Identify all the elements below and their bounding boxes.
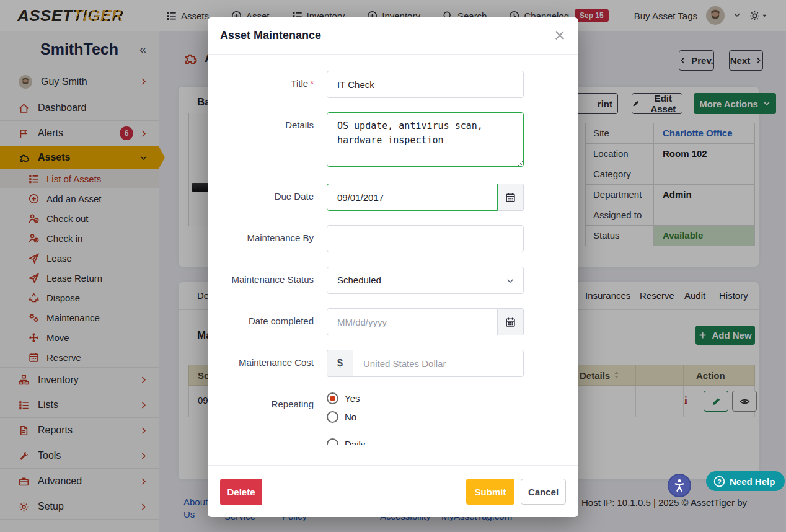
accessibility-person-icon bbox=[672, 478, 687, 493]
required-asterisk: * bbox=[310, 78, 314, 89]
radio-unselected-icon bbox=[327, 438, 338, 445]
title-label: Title bbox=[291, 78, 308, 89]
form-row-date-completed: Date completed bbox=[208, 308, 578, 335]
form-row-title: Title* bbox=[208, 71, 578, 98]
due-date-input[interactable] bbox=[327, 184, 498, 211]
maintenance-by-label: Maintenance By bbox=[247, 233, 314, 243]
radio-label: No bbox=[345, 412, 356, 422]
maintenance-status-label: Maintenance Status bbox=[231, 274, 314, 285]
maintenance-cost-input[interactable] bbox=[353, 350, 524, 377]
title-input[interactable] bbox=[327, 71, 524, 98]
modal-body: Title* Details OS update, antivirus scan… bbox=[208, 55, 578, 445]
form-row-due-date: Due Date bbox=[208, 184, 578, 211]
details-label: Details bbox=[285, 120, 314, 130]
modal-header: Asset Maintenance bbox=[208, 17, 578, 55]
form-row-repeating: Repeating YesNo bbox=[208, 391, 578, 423]
due-date-label: Due Date bbox=[275, 191, 314, 202]
repeating-option-yes[interactable]: Yes bbox=[327, 392, 524, 404]
modal-footer: Delete Submit Cancel bbox=[208, 465, 578, 517]
submit-button[interactable]: Submit bbox=[466, 479, 514, 505]
form-row-maintenance-cost: Maintenance Cost $ bbox=[208, 350, 578, 377]
radio-unselected-icon bbox=[327, 411, 338, 423]
chevron-down-icon bbox=[506, 277, 514, 285]
maintenance-status-value: Scheduled bbox=[337, 275, 381, 285]
currency-prefix: $ bbox=[327, 350, 353, 377]
repeating-label: Repeating bbox=[272, 399, 314, 409]
accessibility-widget-button[interactable] bbox=[668, 474, 691, 497]
details-textarea[interactable]: OS update, antivirus scan, hardware insp… bbox=[327, 112, 524, 167]
form-row-details: Details OS update, antivirus scan, hardw… bbox=[208, 112, 578, 169]
repeating-radio-group: YesNo bbox=[327, 391, 524, 423]
due-date-calendar-button[interactable] bbox=[498, 184, 524, 211]
svg-text:?: ? bbox=[717, 477, 722, 485]
asset-maintenance-modal: Asset Maintenance Title* Details OS upda… bbox=[208, 17, 578, 517]
maintenance-status-select[interactable]: Scheduled bbox=[327, 267, 524, 294]
frequency-option-daily[interactable]: Daily bbox=[327, 438, 524, 445]
maintenance-by-input[interactable] bbox=[327, 225, 524, 252]
form-row-frequency: Frequency DailyWeekly bbox=[208, 437, 578, 445]
calendar-icon bbox=[505, 192, 516, 203]
frequency-radio-group: DailyWeekly bbox=[327, 437, 524, 445]
close-icon[interactable] bbox=[554, 29, 566, 44]
calendar-icon bbox=[505, 317, 516, 327]
delete-button[interactable]: Delete bbox=[220, 479, 262, 505]
radio-label: Yes bbox=[345, 393, 360, 404]
radio-label: Daily bbox=[345, 439, 365, 445]
form-row-maintenance-status: Maintenance Status Scheduled bbox=[208, 267, 578, 294]
need-help-label: Need Help bbox=[730, 476, 775, 487]
question-circle-icon: ? bbox=[713, 476, 725, 487]
radio-selected-icon bbox=[327, 392, 338, 404]
date-completed-label: Date completed bbox=[249, 316, 314, 326]
date-completed-input[interactable] bbox=[327, 308, 498, 335]
date-completed-calendar-button[interactable] bbox=[498, 308, 524, 335]
need-help-button[interactable]: ? Need Help bbox=[706, 471, 785, 491]
cancel-button[interactable]: Cancel bbox=[521, 479, 566, 505]
modal-title: Asset Maintenance bbox=[220, 29, 321, 42]
form-row-maintenance-by: Maintenance By bbox=[208, 225, 578, 252]
maintenance-cost-label: Maintenance Cost bbox=[239, 357, 314, 368]
repeating-option-no[interactable]: No bbox=[327, 411, 524, 423]
